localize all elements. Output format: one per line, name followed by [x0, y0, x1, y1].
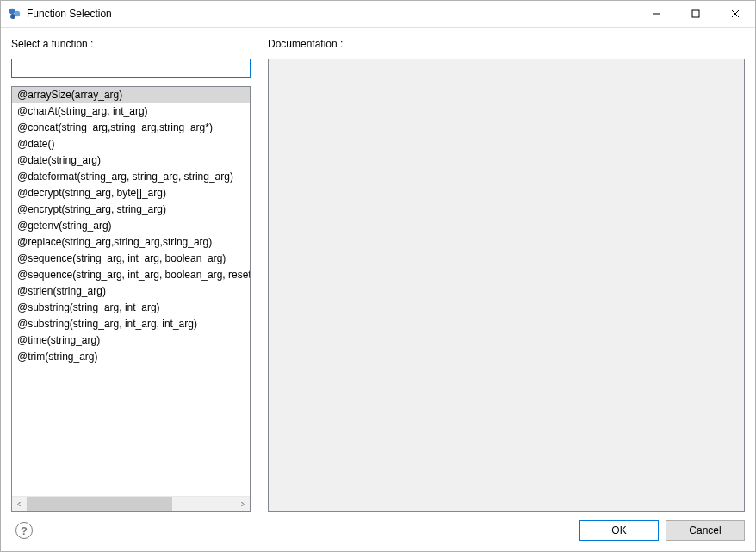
function-list[interactable]: @arraySize(array_arg)@charAt(string_arg,…	[12, 87, 250, 496]
svg-point-0	[9, 9, 15, 14]
list-item[interactable]: @date(string_arg)	[12, 152, 250, 169]
function-list-container: @arraySize(array_arg)@charAt(string_arg,…	[11, 86, 251, 512]
list-item[interactable]: @sequence(string_arg, int_arg, boolean_a…	[12, 251, 250, 267]
list-item[interactable]: @getenv(string_arg)	[12, 218, 250, 234]
svg-point-2	[10, 14, 15, 19]
scroll-right-arrow-icon[interactable]	[235, 497, 250, 511]
list-item[interactable]: @arraySize(array_arg)	[12, 87, 250, 103]
scrollbar-thumb[interactable]	[27, 497, 172, 511]
documentation-panel: Documentation :	[268, 38, 745, 512]
scroll-left-arrow-icon[interactable]	[12, 497, 27, 511]
horizontal-scrollbar[interactable]	[12, 496, 250, 511]
minimize-button[interactable]	[636, 1, 676, 27]
svg-rect-4	[692, 10, 699, 17]
function-list-panel: Select a function : @arraySize(array_arg…	[11, 38, 251, 512]
titlebar: Function Selection	[1, 1, 755, 28]
list-item[interactable]: @replace(string_arg,string_arg,string_ar…	[12, 234, 250, 251]
documentation-content	[268, 59, 745, 512]
list-item[interactable]: @substring(string_arg, int_arg)	[12, 300, 250, 316]
button-row: ? OK Cancel	[1, 512, 755, 551]
app-icon	[8, 7, 22, 21]
list-item[interactable]: @strlen(string_arg)	[12, 283, 250, 300]
documentation-label: Documentation :	[268, 38, 745, 50]
ok-button[interactable]: OK	[579, 520, 659, 541]
list-item[interactable]: @time(string_arg)	[12, 332, 250, 349]
list-item[interactable]: @dateformat(string_arg, string_arg, stri…	[12, 169, 250, 185]
list-item[interactable]: @encrypt(string_arg, string_arg)	[12, 202, 250, 218]
list-item[interactable]: @decrypt(string_arg, byte[]_arg)	[12, 185, 250, 202]
select-function-label: Select a function :	[11, 38, 251, 50]
window-title: Function Selection	[27, 8, 636, 20]
list-item[interactable]: @substring(string_arg, int_arg, int_arg)	[12, 316, 250, 332]
scrollbar-track[interactable]	[27, 497, 235, 511]
list-item[interactable]: @sequence(string_arg, int_arg, boolean_a…	[12, 267, 250, 283]
window-controls	[636, 1, 755, 27]
search-input[interactable]	[11, 59, 251, 78]
maximize-button[interactable]	[676, 1, 716, 27]
list-item[interactable]: @trim(string_arg)	[12, 349, 250, 365]
help-icon[interactable]: ?	[15, 522, 33, 539]
close-button[interactable]	[716, 1, 755, 27]
list-item[interactable]: @date()	[12, 136, 250, 152]
list-item[interactable]: @concat(string_arg,string_arg,string_arg…	[12, 120, 250, 136]
dialog-content: Select a function : @arraySize(array_arg…	[1, 28, 755, 551]
list-item[interactable]: @charAt(string_arg, int_arg)	[12, 103, 250, 120]
cancel-button[interactable]: Cancel	[666, 520, 745, 541]
